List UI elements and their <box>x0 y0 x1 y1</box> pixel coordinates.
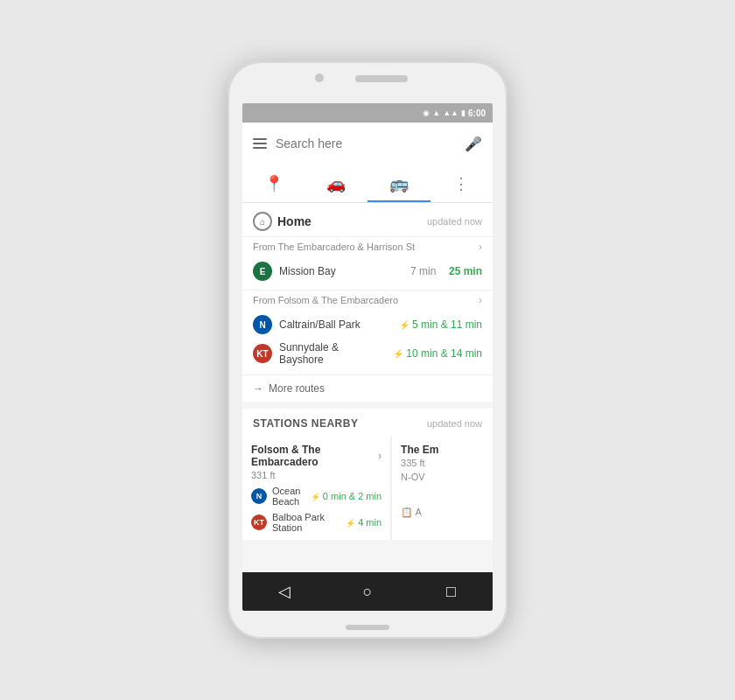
card-header-left: ⌂ Home <box>253 212 312 231</box>
route-from-1: From The Embarcadero & Harrison St › <box>253 241 482 253</box>
station-cards-row: Folsom & The Embarcadero › 331 ft N Ocea… <box>242 437 493 540</box>
more-routes-label: More routes <box>269 382 325 395</box>
wifi-icon: ▲ <box>432 108 440 117</box>
balboa-name: Balboa Park Station <box>272 512 340 533</box>
route-row-mission-bay: E Mission Bay 7 min 25 min <box>253 258 482 284</box>
nav-home-button[interactable]: ○ <box>354 578 382 606</box>
station-card-the-em[interactable]: The Em 335 ft N-OV 📋 A <box>391 437 493 540</box>
more-routes[interactable]: → More routes <box>242 374 493 402</box>
the-em-partial: N-OV <box>401 472 484 482</box>
phone-shell: ◉ ▲ ▲▲ ▮ 6:00 🎤 📍 🚗 🚌 <box>228 61 508 639</box>
route-row-sunnydale: KT Sunnydale & Bayshore ⚡ 10 min & 14 mi… <box>253 338 482 369</box>
home-card: ⌂ Home updated now From The Embarcadero … <box>242 203 493 402</box>
badge-N-ocean: N <box>251 488 267 504</box>
station-card-folsom[interactable]: Folsom & The Embarcadero › 331 ft N Ocea… <box>242 437 391 540</box>
route-row-caltrain: N Caltrain/Ball Park ⚡ 5 min & 11 min <box>253 312 482 338</box>
status-bar: ◉ ▲ ▲▲ ▮ 6:00 <box>242 103 493 122</box>
stations-title: STATIONS NEARBY <box>253 417 358 430</box>
search-bar: 🎤 <box>242 122 493 164</box>
sunnydale-name: Sunnydale & Bayshore <box>279 341 386 366</box>
nav-bar: ◁ ○ □ <box>242 572 493 611</box>
mission-bay-time-normal: 7 min <box>410 265 442 277</box>
mission-bay-name: Mission Bay <box>279 265 403 277</box>
phone-camera <box>315 74 324 82</box>
sunnydale-time: ⚡ 10 min & 14 min <box>393 347 482 360</box>
ocean-beach-time: ⚡ 0 min & 2 min <box>311 491 382 501</box>
signal-icon: ▲▲ <box>443 108 458 117</box>
status-time: 6:00 <box>468 108 486 118</box>
tab-drive[interactable]: 🚗 <box>305 164 368 202</box>
content-area[interactable]: ⌂ Home updated now From The Embarcadero … <box>242 203 493 572</box>
tab-more[interactable]: ⋮ <box>430 164 494 202</box>
location-tab-icon: 📍 <box>264 174 284 193</box>
phone-screen: ◉ ▲ ▲▲ ▮ 6:00 🎤 📍 🚗 🚌 <box>242 103 493 611</box>
badge-KT-balboa: KT <box>251 514 267 530</box>
chevron-2[interactable]: › <box>479 294 482 306</box>
station-balboa-row: KT Balboa Park Station ⚡ 4 min <box>251 512 382 533</box>
nav-recent-button[interactable]: □ <box>437 578 465 606</box>
hamburger-icon[interactable] <box>253 138 267 149</box>
search-input[interactable] <box>276 136 456 150</box>
mission-bay-time-bold: 25 min <box>449 265 482 277</box>
badge-N-caltrain: N <box>253 315 272 334</box>
balboa-time: ⚡ 4 min <box>346 517 382 528</box>
stations-header: STATIONS NEARBY updated now <box>242 409 493 437</box>
ocean-beach-name: Ocean Beach <box>272 486 305 507</box>
updated-text: updated now <box>427 216 482 227</box>
chevron-1[interactable]: › <box>479 241 482 253</box>
route-from-label-2: From Folsom & The Embarcadero <box>253 295 398 305</box>
more-routes-arrow: → <box>253 382 263 395</box>
phone-home-bar <box>346 625 389 630</box>
mic-icon[interactable]: 🎤 <box>465 136 482 152</box>
route-section-2: From Folsom & The Embarcadero › N Caltra… <box>242 290 493 374</box>
stations-nearby-card: STATIONS NEARBY updated now Folsom & The… <box>242 409 493 540</box>
tabs-bar: 📍 🚗 🚌 ⋮ <box>242 164 493 203</box>
folsom-station-name: Folsom & The Embarcadero › <box>251 444 382 468</box>
route-section-1: From The Embarcadero & Harrison St › E M… <box>242 236 493 290</box>
stations-updated: updated now <box>427 418 482 429</box>
copy-icon-partial: 📋 A <box>401 482 484 518</box>
folsom-dist: 331 ft <box>251 470 382 480</box>
caltrain-time: ⚡ 5 min & 11 min <box>399 318 482 331</box>
route-from-2: From Folsom & The Embarcadero › <box>253 294 482 306</box>
badge-E: E <box>253 262 272 281</box>
badge-KT-sunnydale: KT <box>253 344 272 363</box>
route-from-label-1: From The Embarcadero & Harrison St <box>253 242 415 252</box>
status-bar-icons: ◉ ▲ ▲▲ ▮ 6:00 <box>423 108 486 118</box>
the-em-dist: 335 ft <box>401 458 484 468</box>
nav-back-button[interactable]: ◁ <box>270 578 298 606</box>
card-header: ⌂ Home updated now <box>242 203 493 236</box>
battery-icon: ▮ <box>461 108 466 117</box>
home-icon: ⌂ <box>253 212 272 231</box>
tab-transit[interactable]: 🚌 <box>368 164 430 202</box>
phone-speaker <box>355 75 408 82</box>
tab-location[interactable]: 📍 <box>242 164 305 202</box>
folsom-chevron[interactable]: › <box>378 450 382 462</box>
station-ocean-beach-row: N Ocean Beach ⚡ 0 min & 2 min <box>251 486 382 507</box>
the-em-station-name: The Em <box>401 444 484 456</box>
tab-more-icon: ⋮ <box>453 174 469 193</box>
drive-tab-icon: 🚗 <box>326 174 346 193</box>
transit-tab-icon: 🚌 <box>389 174 409 193</box>
location-status-icon: ◉ <box>423 108 430 117</box>
caltrain-name: Caltrain/Ball Park <box>279 318 392 331</box>
card-title: Home <box>277 214 312 228</box>
